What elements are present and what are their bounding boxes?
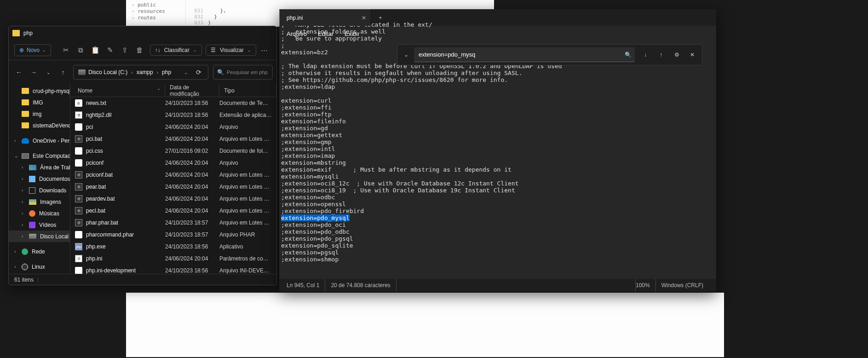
file-row[interactable]: php.exe24/10/2023 18:56Aplicativo	[70, 241, 276, 253]
sidebar-quick-item[interactable]: img	[9, 108, 70, 120]
more-button[interactable]: ⋯	[258, 43, 271, 58]
bg-tree-item: resources	[132, 8, 185, 15]
find-prev-button[interactable]: ↑	[654, 48, 668, 62]
sidebar-quick-item[interactable]: sistemaDeVendas	[9, 120, 70, 131]
file-name: pci.css	[86, 148, 103, 154]
nav-icon	[29, 176, 35, 182]
file-row[interactable]: pecl.bat24/06/2024 20:04Arquivo em Lotes…	[70, 205, 276, 217]
find-close-button[interactable]: ✕	[685, 48, 699, 62]
file-icon	[75, 243, 82, 250]
file-row[interactable]: pci.bat24/06/2024 20:04Arquivo em Lotes …	[70, 133, 276, 145]
file-name: pharcommand.phar	[86, 231, 134, 238]
copy-button[interactable]: ⧉	[74, 43, 87, 58]
find-options-button[interactable]: ⚙	[670, 48, 684, 62]
file-icon	[75, 135, 82, 143]
bg-tree-item: public	[132, 2, 185, 8]
breadcrumb-item-php[interactable]: php	[160, 69, 173, 75]
sidebar-item-label: Este Computador	[33, 153, 70, 159]
sidebar-item-this-pc[interactable]: ⌄ Este Computador	[9, 150, 70, 162]
sidebar-item-label: Área de Trabalh	[40, 164, 70, 171]
sidebar-pc-item[interactable]: ›Músicas	[9, 208, 70, 219]
cut-button[interactable]: ✂	[59, 43, 72, 58]
file-name: pciconf.bat	[86, 172, 113, 178]
breadcrumb-chevron-icon[interactable]: ⌄	[181, 70, 190, 75]
explorer-titlebar[interactable]: php	[9, 26, 276, 40]
new-button[interactable]: ⊕ Novo ⌄	[14, 44, 51, 56]
file-row[interactable]: php.ini24/06/2024 20:04Parâmetros de co…	[70, 253, 276, 265]
rename-button[interactable]: ✎	[103, 43, 116, 58]
recent-button[interactable]: ⌄	[42, 65, 55, 80]
file-name: news.txt	[86, 100, 106, 106]
share-button[interactable]: ⇪	[118, 43, 131, 58]
sidebar-pc-item[interactable]: ›Documentos	[9, 173, 70, 185]
file-row[interactable]: pear.bat24/06/2024 20:04Arquivo em Lotes…	[70, 181, 276, 193]
delete-button[interactable]: 🗑	[133, 43, 146, 58]
sidebar-pc-item[interactable]: ›Imagens	[9, 196, 70, 208]
sidebar-item-label: Disco Local (C:)	[40, 233, 70, 240]
sidebar-item-network[interactable]: › Rede	[9, 246, 70, 257]
file-modified: 24/10/2023 18:56	[165, 243, 219, 250]
file-row[interactable]: news.txt24/10/2023 18:56Documento de Te…	[70, 97, 276, 109]
file-row[interactable]: pci.css27/01/2016 09:02Documento de fol…	[70, 145, 276, 157]
column-type[interactable]: Tipo	[219, 84, 276, 97]
sort-button[interactable]: ↑↓ Classificar ⌄	[150, 45, 202, 56]
expand-find-button[interactable]: ⌄	[400, 48, 412, 62]
sidebar-pc-item[interactable]: ›Disco Local (C:)	[9, 231, 70, 242]
sidebar-item-label: Downloads	[39, 187, 66, 194]
sidebar-item-label: Imagens	[40, 199, 61, 205]
close-tab-button[interactable]: ✕	[362, 15, 366, 21]
file-row[interactable]: phar.phar.bat24/10/2023 18:57Arquivo em …	[70, 217, 276, 229]
status-chars: 20 de 74.808 caracteres	[325, 279, 396, 292]
find-next-button[interactable]: ↓	[638, 48, 652, 62]
file-modified: 24/10/2023 18:56	[165, 267, 219, 274]
file-type: Parâmetros de co…	[219, 255, 276, 262]
file-row[interactable]: nghttp2.dll24/10/2023 18:56Extensão de a…	[70, 109, 276, 121]
find-input[interactable]	[414, 47, 635, 62]
file-row[interactable]: pharcommand.phar24/10/2023 18:57Arquivo …	[70, 229, 276, 241]
sidebar-item-label: img	[33, 111, 41, 117]
breadcrumb-item-xampp[interactable]: xampp	[135, 69, 155, 75]
file-icon	[75, 219, 82, 226]
file-row[interactable]: pci24/06/2024 20:04Arquivo	[70, 121, 276, 133]
forward-button[interactable]: →	[27, 65, 40, 80]
sidebar-quick-item[interactable]: IMG	[9, 97, 70, 108]
file-row[interactable]: peardev.bat24/06/2024 20:04Arquivo em Lo…	[70, 193, 276, 205]
breadcrumb-root[interactable]: Disco Local (C:)	[76, 69, 129, 75]
sidebar-pc-item[interactable]: ›Vídeos	[9, 219, 70, 231]
sidebar-pc-item[interactable]: ›Área de Trabalh	[9, 162, 70, 173]
tab-php-ini[interactable]: php.ini ✕	[279, 9, 371, 26]
file-name: pci.bat	[86, 136, 102, 142]
sidebar-item-linux[interactable]: › Linux	[9, 261, 70, 272]
refresh-button[interactable]: ⟳	[192, 69, 205, 76]
back-button[interactable]: ←	[12, 65, 25, 80]
chevron-down-icon: ⌄	[14, 153, 18, 158]
view-button[interactable]: ☰ Visualizar ⌄	[206, 45, 256, 56]
sidebar-quick-item[interactable]: crud-php-mysql	[9, 85, 70, 97]
chevron-right-icon: ›	[22, 211, 23, 216]
paste-button[interactable]: 📋	[89, 43, 102, 58]
nav-icon	[29, 165, 36, 170]
file-icon	[75, 267, 82, 274]
file-icon	[75, 99, 82, 107]
column-modified[interactable]: Data de modificação	[165, 84, 219, 97]
file-row[interactable]: php.ini-development24/10/2023 18:56Arqui…	[70, 265, 276, 274]
sidebar-pc-item[interactable]: ›Downloads	[9, 185, 70, 196]
file-name: nghttp2.dll	[86, 112, 111, 118]
file-row[interactable]: pciconf24/06/2024 20:04Arquivo	[70, 157, 276, 169]
sort-icon: ↑↓	[155, 47, 161, 53]
status-encoding[interactable]: Windows (CRLF)	[655, 279, 709, 292]
drive-icon	[78, 69, 86, 75]
explorer-toolbar: ⊕ Novo ⌄ ✂ ⧉ 📋 ✎ ⇪ 🗑 ↑↓ Classificar ⌄ ☰ …	[9, 40, 276, 60]
search-input[interactable]: 🔍 Pesquisar em php	[213, 65, 273, 80]
file-name: pear.bat	[86, 184, 106, 190]
sidebar-item-onedrive[interactable]: › OneDrive - Perso	[9, 135, 70, 146]
file-name: php.ini	[86, 255, 102, 262]
bg-tree-item: routes	[132, 15, 185, 21]
column-name[interactable]: Nome ˄	[73, 84, 165, 97]
breadcrumb[interactable]: Disco Local (C:) › xampp › php ⌄ ⟳	[73, 65, 208, 80]
status-zoom[interactable]: 100%	[635, 279, 655, 292]
file-name: pecl.bat	[86, 208, 105, 214]
up-button[interactable]: ↑	[57, 65, 69, 80]
file-row[interactable]: pciconf.bat24/06/2024 20:04Arquivo em Lo…	[70, 169, 276, 181]
status-position: Ln 945, Col 1	[287, 279, 325, 292]
